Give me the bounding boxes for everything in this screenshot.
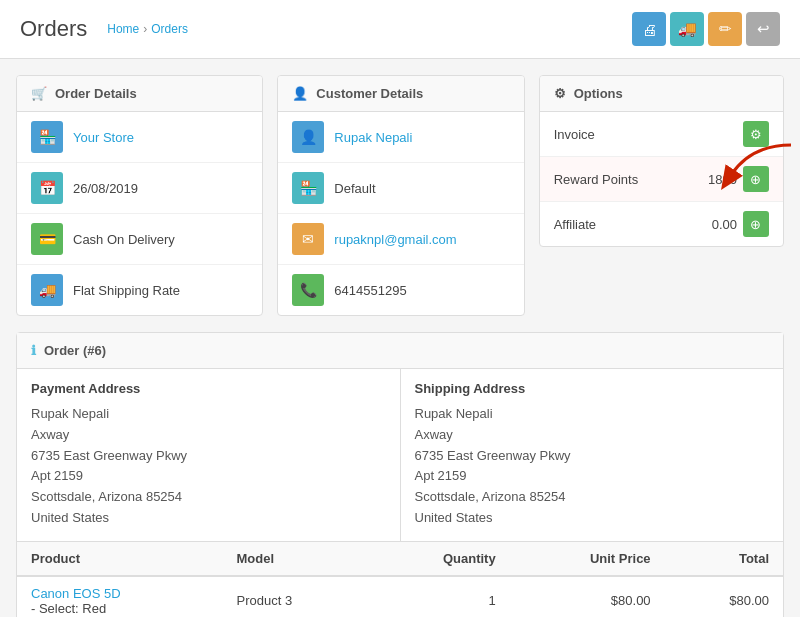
order-details-card: 🛒 Order Details 🏪 Your Store 📅 26/08/201… [16, 75, 263, 316]
breadcrumb: Home › Orders [107, 22, 188, 36]
date-row: 📅 26/08/2019 [17, 163, 262, 214]
order-details-body: 🏪 Your Store 📅 26/08/2019 💳 Cash On Deli… [17, 112, 262, 315]
page-title: Orders [20, 16, 87, 42]
breadcrumb-current[interactable]: Orders [151, 22, 188, 36]
affiliate-action-button[interactable]: ⊕ [743, 211, 769, 237]
payment-address-header: Payment Address [31, 381, 386, 396]
cards-row: 🛒 Order Details 🏪 Your Store 📅 26/08/201… [16, 75, 784, 316]
customer-details-card: 👤 Customer Details 👤 Rupak Nepali 🏪 Defa… [277, 75, 524, 316]
customer-name-link[interactable]: Rupak Nepali [334, 130, 412, 145]
shipping-method: Flat Shipping Rate [73, 283, 180, 298]
print-button[interactable]: 🖨 [632, 12, 666, 46]
header-buttons: 🖨 🚚 ✏ ↩ [632, 12, 780, 46]
product-link[interactable]: Canon EOS 5D [31, 586, 121, 601]
shipping-address-cell: Shipping Address Rupak NepaliAxway6735 E… [401, 369, 784, 541]
col-model: Model [222, 542, 368, 576]
customer-group: Default [334, 181, 375, 196]
reward-points-label: Reward Points [554, 172, 639, 187]
store-row: 🏪 Your Store [17, 112, 262, 163]
customer-phone: 6414551295 [334, 283, 406, 298]
unit-price-cell: $80.00 [510, 576, 665, 617]
shipping-address-header: Shipping Address [415, 381, 770, 396]
products-table-body: Canon EOS 5D - Select: Red Product 3 1 $… [17, 576, 783, 617]
store-link[interactable]: Your Store [73, 130, 134, 145]
col-total: Total [665, 542, 783, 576]
model-cell: Product 3 [222, 576, 368, 617]
edit-button[interactable]: ✏ [708, 12, 742, 46]
back-button[interactable]: ↩ [746, 12, 780, 46]
order-section-header: ℹ Order (#6) [17, 333, 783, 369]
order-details-header: 🛒 Order Details [17, 76, 262, 112]
email-icon: ✉ [292, 223, 324, 255]
calendar-icon: 📅 [31, 172, 63, 204]
customer-avatar-icon: 👤 [292, 121, 324, 153]
customer-icon: 👤 [292, 86, 308, 101]
product-variant: - Select: Red [31, 601, 106, 616]
customer-phone-row: 📞 6414551295 [278, 265, 523, 315]
address-row: Payment Address Rupak NepaliAxway6735 Ea… [17, 369, 783, 542]
breadcrumb-home[interactable]: Home [107, 22, 139, 36]
affiliate-right: 0.00 ⊕ [712, 211, 769, 237]
info-icon: ℹ [31, 343, 36, 358]
shipping-address-text: Rupak NepaliAxway6735 East Greenway Pkwy… [415, 404, 770, 529]
shipping-method-row: 🚚 Flat Shipping Rate [17, 265, 262, 315]
customer-email-link[interactable]: rupaknpl@gmail.com [334, 232, 456, 247]
phone-icon: 📞 [292, 274, 324, 306]
shipping-icon: 🚚 [31, 274, 63, 306]
customer-details-header: 👤 Customer Details [278, 76, 523, 112]
header-left: Orders Home › Orders [20, 16, 188, 42]
customer-details-body: 👤 Rupak Nepali 🏪 Default ✉ rupaknpl@gmai… [278, 112, 523, 315]
col-product: Product [17, 542, 222, 576]
total-cell: $80.00 [665, 576, 783, 617]
invoice-label: Invoice [554, 127, 595, 142]
callout-arrow [721, 135, 800, 195]
quantity-cell: 1 [369, 576, 510, 617]
options-header: ⚙ Options [540, 76, 783, 112]
order-date: 26/08/2019 [73, 181, 138, 196]
page-header: Orders Home › Orders 🖨 🚚 ✏ ↩ [0, 0, 800, 59]
payment-address-text: Rupak NepaliAxway6735 East Greenway Pkwy… [31, 404, 386, 529]
customer-name-row: 👤 Rupak Nepali [278, 112, 523, 163]
options-area: ⚙ Options Invoice ⚙ Reward Points [539, 75, 784, 316]
products-table-header-row: Product Model Quantity Unit Price Total [17, 542, 783, 576]
cart-icon: 🛒 [31, 86, 47, 101]
col-quantity: Quantity [369, 542, 510, 576]
affiliate-row: Affiliate 0.00 ⊕ [540, 202, 783, 246]
affiliate-value: 0.00 [712, 217, 737, 232]
gear-icon: ⚙ [554, 86, 566, 101]
products-table: Product Model Quantity Unit Price Total … [17, 542, 783, 617]
store-icon: 🏪 [31, 121, 63, 153]
payment-icon: 💳 [31, 223, 63, 255]
table-row: Canon EOS 5D - Select: Red Product 3 1 $… [17, 576, 783, 617]
product-cell: Canon EOS 5D - Select: Red [17, 576, 222, 617]
group-icon: 🏪 [292, 172, 324, 204]
customer-group-row: 🏪 Default [278, 163, 523, 214]
order-section: ℹ Order (#6) Payment Address Rupak Nepal… [16, 332, 784, 617]
products-table-head: Product Model Quantity Unit Price Total [17, 542, 783, 576]
payment-method-row: 💳 Cash On Delivery [17, 214, 262, 265]
col-unit-price: Unit Price [510, 542, 665, 576]
payment-method: Cash On Delivery [73, 232, 175, 247]
payment-address-cell: Payment Address Rupak NepaliAxway6735 Ea… [17, 369, 401, 541]
delivery-button[interactable]: 🚚 [670, 12, 704, 46]
breadcrumb-separator: › [143, 22, 147, 36]
affiliate-label: Affiliate [554, 217, 596, 232]
main-content: 🛒 Order Details 🏪 Your Store 📅 26/08/201… [0, 59, 800, 617]
customer-email-row: ✉ rupaknpl@gmail.com [278, 214, 523, 265]
